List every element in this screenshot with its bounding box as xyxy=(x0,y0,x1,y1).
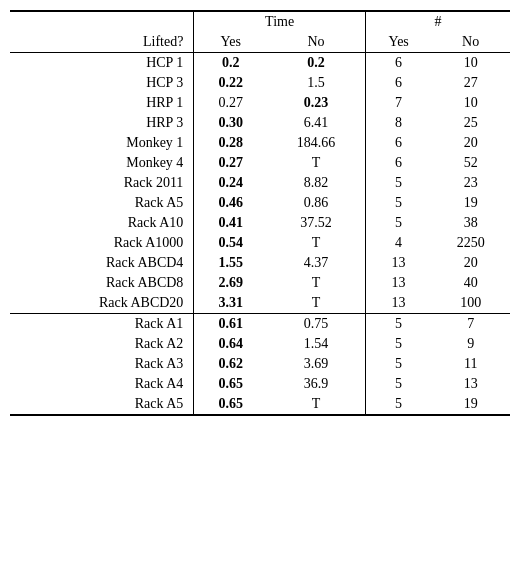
time-no-value: 0.2 xyxy=(267,53,365,74)
hash-yes-value: 7 xyxy=(365,93,431,113)
hash-no-value: 20 xyxy=(431,253,510,273)
table-row: Rack 20110.248.82523 xyxy=(10,173,510,193)
hash-yes-value: 6 xyxy=(365,153,431,173)
time-no-value: 0.86 xyxy=(267,193,365,213)
time-yes-value: 0.30 xyxy=(194,113,267,133)
hash-yes-value: 6 xyxy=(365,53,431,74)
table-row: Rack ABCD203.31T13100 xyxy=(10,293,510,314)
hash-yes-value: 5 xyxy=(365,314,431,335)
hash-no-value: 25 xyxy=(431,113,510,133)
row-label: Rack A4 xyxy=(10,374,194,394)
hash-yes-value: 5 xyxy=(365,213,431,233)
hash-yes-value: 5 xyxy=(365,374,431,394)
time-no-value: 1.5 xyxy=(267,73,365,93)
hash-no-value: 38 xyxy=(431,213,510,233)
table-row: Rack ABCD41.554.371320 xyxy=(10,253,510,273)
hash-no-value: 10 xyxy=(431,93,510,113)
time-no-value: T xyxy=(267,273,365,293)
table-row: HCP 30.221.5627 xyxy=(10,73,510,93)
hash-yes-value: 13 xyxy=(365,273,431,293)
hash-no-value: 7 xyxy=(431,314,510,335)
time-yes-value: 0.27 xyxy=(194,153,267,173)
section2: Rack A10.610.7557Rack A20.641.5459Rack A… xyxy=(10,314,510,416)
table-row: HRP 30.306.41825 xyxy=(10,113,510,133)
table-row: HRP 10.270.23710 xyxy=(10,93,510,113)
table-row: Rack A20.641.5459 xyxy=(10,334,510,354)
hash-yes-value: 4 xyxy=(365,233,431,253)
hash-yes-header: Yes xyxy=(365,32,431,53)
row-label: Rack ABCD4 xyxy=(10,253,194,273)
hash-yes-value: 5 xyxy=(365,173,431,193)
hash-no-value: 13 xyxy=(431,374,510,394)
table-row: Monkey 40.27T652 xyxy=(10,153,510,173)
time-yes-value: 0.65 xyxy=(194,374,267,394)
empty-header xyxy=(10,11,194,32)
table-row: Rack A30.623.69511 xyxy=(10,354,510,374)
row-label: HCP 1 xyxy=(10,53,194,74)
hash-no-value: 100 xyxy=(431,293,510,314)
time-yes-value: 0.46 xyxy=(194,193,267,213)
table-row: Rack A10.610.7557 xyxy=(10,314,510,335)
time-yes-value: 0.61 xyxy=(194,314,267,335)
row-label: HRP 1 xyxy=(10,93,194,113)
hash-yes-value: 13 xyxy=(365,293,431,314)
time-yes-value: 0.62 xyxy=(194,354,267,374)
row-label: Rack ABCD8 xyxy=(10,273,194,293)
col-group-header-row: Time # xyxy=(10,11,510,32)
time-yes-value: 0.54 xyxy=(194,233,267,253)
time-yes-value: 0.27 xyxy=(194,93,267,113)
time-yes-value: 0.64 xyxy=(194,334,267,354)
hash-no-value: 19 xyxy=(431,394,510,415)
hash-no-value: 27 xyxy=(431,73,510,93)
hash-yes-value: 5 xyxy=(365,394,431,415)
row-label: Rack A10 xyxy=(10,213,194,233)
hash-yes-value: 13 xyxy=(365,253,431,273)
time-yes-header: Yes xyxy=(194,32,267,53)
time-no-value: 3.69 xyxy=(267,354,365,374)
data-table: Time # Lifted? Yes No Yes No HCP 10.20.2… xyxy=(10,10,510,416)
row-label: Rack A1000 xyxy=(10,233,194,253)
time-no-value: T xyxy=(267,153,365,173)
time-no-value: 4.37 xyxy=(267,253,365,273)
sub-header-row: Lifted? Yes No Yes No xyxy=(10,32,510,53)
time-yes-value: 0.28 xyxy=(194,133,267,153)
hash-no-value: 2250 xyxy=(431,233,510,253)
time-group-header: Time xyxy=(194,11,366,32)
hash-yes-value: 6 xyxy=(365,133,431,153)
time-yes-value: 3.31 xyxy=(194,293,267,314)
row-label: Rack ABCD20 xyxy=(10,293,194,314)
hash-no-value: 10 xyxy=(431,53,510,74)
time-no-value: 37.52 xyxy=(267,213,365,233)
hash-no-value: 52 xyxy=(431,153,510,173)
time-no-value: 6.41 xyxy=(267,113,365,133)
time-no-value: 0.75 xyxy=(267,314,365,335)
hash-no-value: 19 xyxy=(431,193,510,213)
time-no-value: 1.54 xyxy=(267,334,365,354)
hash-yes-value: 5 xyxy=(365,354,431,374)
time-no-value: 36.9 xyxy=(267,374,365,394)
table-row: Monkey 10.28184.66620 xyxy=(10,133,510,153)
time-yes-value: 0.22 xyxy=(194,73,267,93)
time-yes-value: 2.69 xyxy=(194,273,267,293)
table-row: Rack A40.6536.9513 xyxy=(10,374,510,394)
time-yes-value: 0.2 xyxy=(194,53,267,74)
row-label: Rack A5 xyxy=(10,193,194,213)
time-no-value: 0.23 xyxy=(267,93,365,113)
hash-yes-value: 5 xyxy=(365,334,431,354)
hash-no-value: 20 xyxy=(431,133,510,153)
table-row: HCP 10.20.2610 xyxy=(10,53,510,74)
row-label: Monkey 4 xyxy=(10,153,194,173)
section1: HCP 10.20.2610HCP 30.221.5627HRP 10.270.… xyxy=(10,53,510,314)
table-row: Rack A100.4137.52538 xyxy=(10,213,510,233)
hash-group-header: # xyxy=(365,11,510,32)
row-label: HCP 3 xyxy=(10,73,194,93)
time-yes-value: 0.41 xyxy=(194,213,267,233)
hash-no-value: 9 xyxy=(431,334,510,354)
time-no-value: T xyxy=(267,293,365,314)
row-label: HRP 3 xyxy=(10,113,194,133)
time-no-value: T xyxy=(267,394,365,415)
time-no-value: 8.82 xyxy=(267,173,365,193)
hash-yes-value: 6 xyxy=(365,73,431,93)
time-no-value: 184.66 xyxy=(267,133,365,153)
hash-yes-value: 8 xyxy=(365,113,431,133)
